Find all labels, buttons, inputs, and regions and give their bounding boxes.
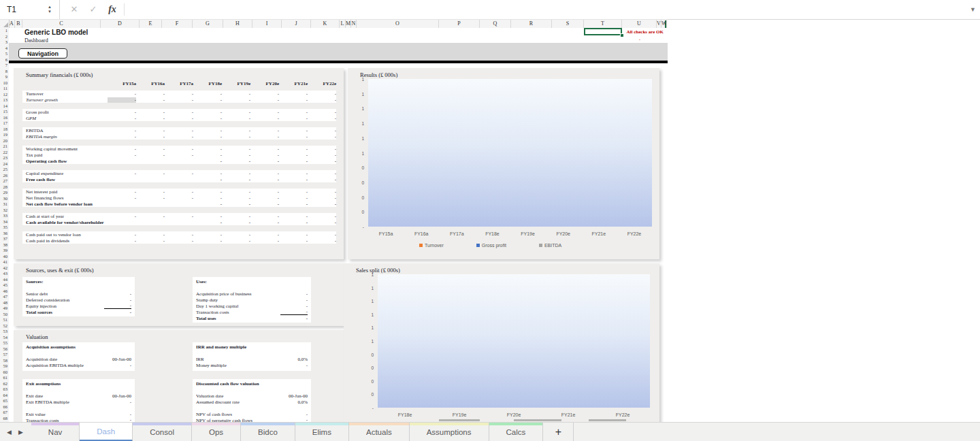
summary-cell[interactable]: - [108, 97, 136, 103]
cancel-icon[interactable]: ✕ [65, 0, 83, 19]
summary-cell[interactable]: - [222, 232, 250, 238]
row-header-39[interactable]: 39 [0, 248, 9, 254]
row-header-59[interactable]: 59 [0, 363, 9, 370]
summary-cell[interactable]: - [308, 128, 336, 133]
summary-cell[interactable]: - [222, 177, 250, 182]
column-header-G[interactable]: G [193, 20, 223, 28]
summary-cell[interactable]: - [308, 201, 336, 207]
row-header-31[interactable]: 31 [0, 201, 9, 208]
column-header-Q[interactable]: Q [480, 20, 511, 28]
kv-value[interactable]: 00-Jan-00 [104, 357, 131, 362]
summary-cell[interactable]: - [308, 214, 336, 219]
kv-value[interactable]: - [104, 291, 131, 297]
row-header-17[interactable]: 17 [0, 120, 9, 127]
row-header-66[interactable]: 66 [0, 404, 9, 410]
row-header-13[interactable]: 13 [0, 97, 9, 103]
row-header-7[interactable]: 7 [0, 63, 9, 69]
row-header-15[interactable]: 15 [0, 109, 9, 115]
summary-cell[interactable]: - [108, 195, 136, 201]
column-header-D[interactable]: D [101, 20, 140, 28]
summary-cell[interactable]: - [108, 152, 136, 158]
summary-cell[interactable]: - [108, 116, 136, 121]
row-header-3[interactable]: 3 [0, 39, 9, 46]
row-header-68[interactable]: 68 [0, 416, 9, 422]
row-header-52[interactable]: 52 [0, 323, 9, 329]
row-header-26[interactable]: 26 [0, 173, 9, 179]
sheet-tab-dash[interactable]: Dash [80, 423, 133, 441]
summary-cell[interactable]: - [250, 232, 279, 238]
summary-cell[interactable]: - [165, 97, 193, 103]
column-header-A[interactable]: A [9, 20, 15, 28]
kv-value[interactable]: - [280, 309, 308, 315]
summary-cell[interactable]: - [279, 171, 308, 176]
row-header-36[interactable]: 36 [0, 231, 9, 237]
row-header-28[interactable]: 28 [0, 184, 9, 191]
summary-cell[interactable]: - [165, 171, 193, 176]
summary-cell[interactable]: - [222, 159, 250, 164]
column-header-O[interactable]: O [357, 20, 439, 28]
kv-value[interactable]: - [104, 399, 131, 405]
summary-cell[interactable]: - [193, 232, 222, 238]
row-header-61[interactable]: 61 [0, 375, 9, 381]
summary-cell[interactable]: - [193, 97, 222, 103]
row-header-9[interactable]: 9 [0, 74, 9, 80]
row-header-53[interactable]: 53 [0, 329, 9, 335]
kv-value[interactable]: - [104, 363, 131, 368]
summary-cell[interactable]: - [136, 214, 165, 219]
column-header-F[interactable]: F [162, 20, 193, 28]
summary-cell[interactable]: - [136, 195, 165, 201]
summary-cell[interactable]: - [136, 134, 165, 140]
kv-value[interactable]: 0,0% [280, 357, 308, 362]
summary-cell[interactable]: - [165, 189, 193, 195]
row-header-51[interactable]: 51 [0, 317, 9, 323]
row-header-29[interactable]: 29 [0, 190, 9, 196]
summary-cell[interactable]: - [308, 232, 336, 238]
summary-cell[interactable]: - [250, 97, 279, 103]
row-header-48[interactable]: 48 [0, 300, 9, 306]
summary-cell[interactable]: - [279, 220, 308, 225]
summary-cell[interactable]: - [279, 128, 308, 133]
summary-cell[interactable]: - [308, 220, 336, 225]
summary-cell[interactable]: - [250, 177, 279, 182]
scroll-tabs-left-icon[interactable]: ◀ [7, 429, 12, 436]
row-header-23[interactable]: 23 [0, 155, 9, 161]
row-header-24[interactable]: 24 [0, 161, 9, 167]
row-header-37[interactable]: 37 [0, 236, 9, 242]
kv-value[interactable]: - [280, 304, 308, 309]
select-all-corner[interactable] [0, 20, 10, 28]
summary-cell[interactable]: - [308, 159, 336, 164]
summary-cell[interactable]: - [165, 238, 193, 244]
kv-value[interactable]: - [280, 363, 308, 368]
summary-cell[interactable]: - [193, 220, 222, 225]
summary-cell[interactable]: - [108, 189, 136, 195]
summary-cell[interactable]: - [108, 171, 136, 176]
summary-cell[interactable]: - [136, 189, 165, 195]
summary-cell[interactable]: - [250, 134, 279, 140]
summary-cell[interactable]: - [108, 238, 136, 244]
row-header-34[interactable]: 34 [0, 219, 9, 225]
summary-cell[interactable]: - [165, 91, 193, 97]
summary-cell[interactable]: - [308, 97, 336, 103]
summary-cell[interactable]: - [250, 159, 279, 164]
column-header-P[interactable]: P [439, 20, 480, 28]
row-header-40[interactable]: 40 [0, 254, 9, 260]
summary-cell[interactable]: - [279, 116, 308, 121]
summary-cell[interactable]: - [222, 110, 250, 115]
row-header-19[interactable]: 19 [0, 132, 9, 138]
summary-cell[interactable]: - [250, 171, 279, 176]
row-header-44[interactable]: 44 [0, 277, 9, 283]
summary-cell[interactable]: - [308, 91, 336, 97]
kv-value[interactable]: - [104, 297, 131, 303]
summary-cell[interactable]: - [308, 152, 336, 158]
summary-cell[interactable]: - [279, 232, 308, 238]
row-header-54[interactable]: 54 [0, 335, 9, 341]
row-header-35[interactable]: 35 [0, 225, 9, 231]
row-header-65[interactable]: 65 [0, 398, 9, 404]
row-header-22[interactable]: 22 [0, 150, 9, 156]
row-header-49[interactable]: 49 [0, 306, 9, 312]
row-header-4[interactable]: 4 [0, 46, 9, 52]
summary-cell[interactable]: - [222, 128, 250, 133]
row-header-41[interactable]: 41 [0, 259, 9, 265]
sheet-tab-elims[interactable]: Elims [295, 423, 349, 441]
add-sheet-button[interactable]: + [543, 423, 574, 441]
